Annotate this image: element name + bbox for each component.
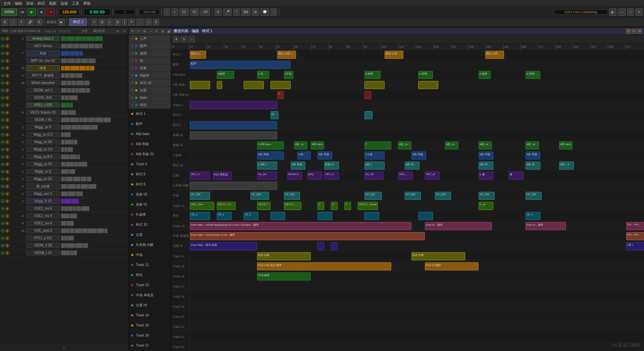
mini-block[interactable] [82,125,90,130]
mini-block[interactable] [91,125,98,130]
arr-blocks-15[interactable]: VEC_oiseVECS 1_NoiseVECS 1VECS 1_NoiseVV… [190,201,644,211]
mini-block[interactable] [64,199,71,204]
menu-add[interactable]: 添加 [24,0,36,7]
win-close-btn[interactable]: ✕ [637,29,642,34]
style-button[interactable]: 样式 1 [69,18,87,26]
mini-block[interactable] [97,228,104,233]
mini-block[interactable] [76,88,79,93]
track-solo-btn[interactable]: ◐ [5,155,9,159]
mini-block[interactable] [94,44,99,48]
track-solo-btn[interactable]: ◐ [5,111,9,115]
mini-block[interactable] [64,125,71,130]
track-name[interactable]: reFX Nexus [26,43,60,48]
pl-track-20[interactable]: Track 14 [129,310,171,320]
pl-section-header-4[interactable]: ▼ 前奏 [129,64,171,72]
track-solo-btn[interactable]: ◐ [5,81,9,85]
pl-track-2[interactable]: A段 bass [129,129,171,139]
mini-block[interactable] [70,66,79,71]
track-name[interactable]: 翠_k自摇 [26,183,60,189]
track-mute-btn[interactable]: ● [1,37,5,41]
arr-block-9-8[interactable]: A段 bass [559,141,573,149]
arr-blocks-9[interactable]: 3 A段 bassA段_ssA段 bass3A段_ss bassA段_ssA段_… [190,140,644,150]
mini-block[interactable] [88,58,96,63]
tb-chat[interactable]: 💬 [260,8,269,16]
track-name[interactable]: Wiggl_ss F# [26,162,60,167]
arr-block-0-0[interactable]: 易欣·心碎 奄选 DJ Mark拍接·通道高显 [190,51,206,59]
track-solo-btn[interactable]: ◐ [5,192,9,196]
close-panel-btn[interactable]: ✕ [123,30,126,33]
pl-section-header-6[interactable]: ▼ 样式 10 [129,79,171,87]
mini-block[interactable] [70,228,74,233]
mini-block[interactable] [76,206,81,211]
section-collapse-7[interactable]: ▼ [131,89,134,92]
mini-block[interactable] [79,118,82,122]
pl-tool-erase[interactable]: ⊘ [142,29,147,34]
mini-block[interactable] [67,81,71,85]
track-solo-btn[interactable]: ◐ [5,140,9,144]
menu-file[interactable]: 文件 [1,0,13,7]
tb-btn-4[interactable]: W: [190,8,199,16]
tb-kbd[interactable]: ⌨ [241,8,250,16]
mini-block[interactable] [86,66,89,71]
mini-block[interactable] [79,162,87,167]
pl-tool-select[interactable]: ↖ [136,29,141,34]
track-solo-btn[interactable]: ◐ [5,229,9,233]
arr-block-13-0[interactable] [190,182,277,190]
pl-track-9[interactable]: 前奏 01 [129,200,171,210]
mini-block[interactable] [61,184,67,189]
arr-block-16-0[interactable]: VE_e [190,212,210,220]
sec-misc-1[interactable]: ≡ [91,19,97,26]
track-solo-btn[interactable]: ◐ [5,44,9,48]
section-collapse-3[interactable]: ▼ [131,59,134,62]
arr-block-19-3[interactable]: f 翠 f [626,242,644,250]
arr-block-11-4[interactable]: A段 和旋 01 [405,162,419,170]
track-solo-btn[interactable]: ◐ [5,59,9,63]
arr-block-3-0[interactable] [190,81,210,89]
track-mute-btn[interactable]: ● [1,59,5,63]
track-solo-btn[interactable]: ◐ [5,66,9,70]
arr-block-11-2[interactable]: 和旋 01 [324,162,339,170]
track-mute-btn[interactable]: ● [1,162,5,166]
mini-block[interactable] [65,73,69,78]
arr-block-16-2[interactable]: VE_e [244,212,258,220]
track-mute-btn[interactable]: ● [1,192,5,196]
pl-section-header-7[interactable]: ▼ 过度 [129,87,171,94]
arr-block-14-3[interactable]: VP_026 [364,192,382,200]
track-name[interactable]: EEDM_[A#] [26,95,60,100]
arr-blocks-4[interactable]: VE_ [190,90,644,100]
mini-block[interactable] [76,184,80,189]
arr-block-9-7[interactable]: A段_ss [526,141,539,149]
pl-track-10[interactable]: A 旋律 [129,210,171,220]
arr-blocks-8[interactable] [190,130,644,140]
track-solo-btn[interactable]: ◐ [5,236,9,240]
pl-section-header-5[interactable]: ▼ A旋律 [129,72,171,79]
mini-block[interactable] [89,44,94,48]
menu-view[interactable]: 视图 [47,0,58,7]
mini-block[interactable] [61,155,69,159]
arr-block-10-6[interactable]: A段 和旋 [526,151,540,160]
sec-dl-btn[interactable]: ⬇ [36,19,42,26]
arr-block-15-3[interactable]: VECS 1_Noise [284,202,301,210]
mini-block[interactable] [81,177,87,181]
arr-block-10-0[interactable]: A段 和旋 [257,151,284,160]
track-name[interactable]: Wiggl_ss F [26,125,60,130]
arr-block-14-0[interactable]: VP_026 [190,192,210,200]
mini-block[interactable] [61,103,66,107]
track-solo-btn[interactable]: ◐ [5,147,9,151]
mini-block[interactable] [81,184,88,189]
arr-block-15-5[interactable]: V [331,202,338,210]
menu-help[interactable]: 帮助 [81,0,93,7]
track-mute-btn[interactable]: ● [1,118,5,122]
mini-block[interactable] [61,95,64,100]
arr-block-15-8[interactable]: V_se [479,202,493,210]
mini-block[interactable] [61,110,68,115]
mini-block[interactable] [73,177,80,181]
arr-block-15-1[interactable]: VECS 1_Noise [217,202,236,210]
track-name[interactable]: VDE2_ms 4 [26,213,60,218]
arr-block-14-5[interactable]: VP_026 [435,192,451,200]
mini-block[interactable] [61,206,64,211]
pl-section-header-1[interactable]: ▼ 配声 [129,42,171,50]
mini-block[interactable] [61,51,69,56]
track-solo-btn[interactable]: ◐ [5,207,9,211]
arr-block-11-6[interactable]: A段 和旋 01 [526,162,540,170]
